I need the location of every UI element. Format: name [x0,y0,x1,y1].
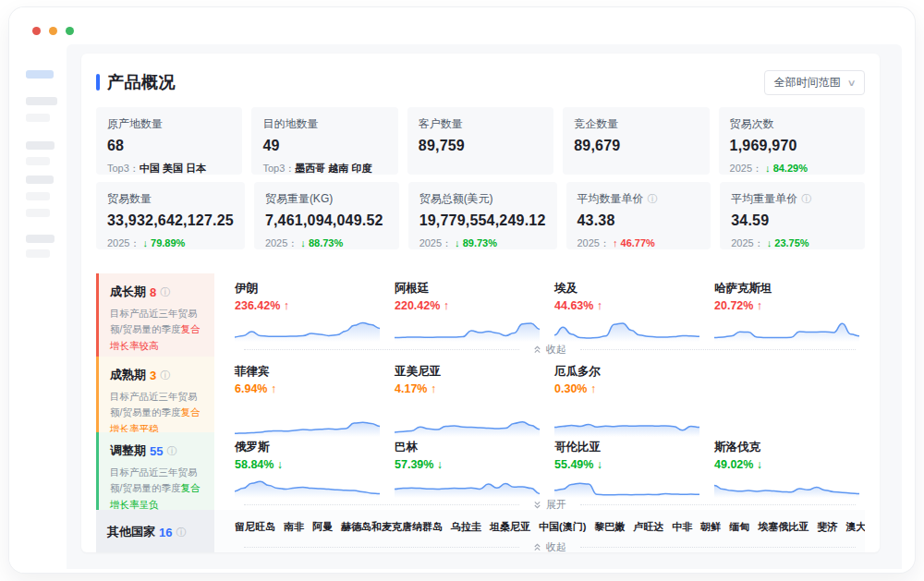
stat-value: 34.59 [731,212,854,229]
country-name: 亚美尼亚 [395,364,540,380]
sidebar-skeleton-item[interactable] [26,192,50,200]
stage-name: 成长期 [110,284,146,300]
stat-value: 43.38 [578,212,700,229]
toggle-collapse[interactable]: 收起 [235,342,865,357]
toggle-label: 收起 [546,540,566,553]
window-controls [32,27,74,35]
stage-charts-area: 俄罗斯58.84% ↓巴林57.39% ↓哥伦比亚55.49% ↓斯洛伐克49.… [214,432,865,513]
sidebar-skeleton-item[interactable] [26,157,50,165]
info-icon[interactable]: ⓘ [166,446,176,456]
stage-block-3: 调整期55ⓘ目标产品近三年贸易额/贸易量的季度复合增长率呈负 [96,432,214,513]
country-tag[interactable]: 留尼旺岛 [235,520,275,534]
info-icon[interactable]: ⓘ [160,370,170,381]
country-name: 俄罗斯 [235,440,380,455]
sparkline-chart [554,318,699,342]
info-icon[interactable]: ⓘ [801,194,811,204]
country-name: 哥伦比亚 [554,440,699,455]
sidebar-skeleton-item[interactable] [26,70,54,79]
stat-value: 89,679 [574,138,698,154]
stat-delta: ↓ 23.75% [767,237,809,248]
app-window: 产品概况 全部时间范围 ∨ 原产地数量68Top3：中国 美国 日本目的地数量4… [9,7,915,573]
time-range-select[interactable]: 全部时间范围 ∨ [764,70,865,95]
stat-label: 平均重量单价ⓘ [731,191,854,207]
country-chart-cell[interactable]: 菲律宾6.94% ↑ [235,364,380,437]
stat-value: 19,779,554,249.12 [419,212,546,229]
stat-label-text: 贸易次数 [730,116,774,132]
sidebar-skeleton-item[interactable] [26,114,50,122]
country-chart-cell[interactable]: 厄瓜多尔0.30% ↑ [554,364,699,437]
stat-delta: ↓ 89.73% [455,237,497,248]
country-cells: 菲律宾6.94% ↑亚美尼亚4.17% ↑厄瓜多尔0.30% ↑ [235,357,865,437]
stat-year-label: 2025： [578,237,610,248]
country-chart-cell[interactable]: 伊朗236.42% ↑ [235,281,380,342]
stat-label: 贸易次数 [730,116,854,132]
sidebar-skeleton-item[interactable] [26,235,55,243]
sidebar-skeleton-item[interactable] [26,249,50,258]
country-name: 伊朗 [235,281,380,297]
stat-delta: ↑ 46.77% [613,237,655,248]
sidebar-skeleton-item[interactable] [26,176,54,184]
stat-card: 目的地数量49Top3：墨西哥 越南 印度 [251,107,397,175]
stage-description: 目标产品近三年贸易额/贸易量的季度复合增长率平稳 [110,389,207,437]
sparkline-chart [235,318,380,342]
stat-year-label: 2025： [419,237,452,248]
info-icon[interactable]: ⓘ [160,287,170,297]
country-tag[interactable]: 斐济 [817,520,837,534]
country-growth-pct: 55.49% ↓ [554,458,699,471]
country-chart-cell[interactable]: 埃及44.63% ↑ [554,281,699,342]
country-growth-pct: 57.39% ↓ [395,458,540,471]
sidebar-skeleton-item[interactable] [26,141,55,150]
close-window-icon[interactable] [32,27,41,35]
info-icon[interactable]: ⓘ [648,194,658,204]
country-tag[interactable]: 朝鲜 [700,520,721,534]
double-chevron-up-icon [533,542,541,551]
stat-delta: ↓ 79.89% [142,237,185,248]
stat-value: 89,759 [419,138,542,154]
country-chart-cell[interactable]: 哥伦比亚55.49% ↓ [554,440,699,498]
stage-name: 成熟期 [110,367,146,383]
info-icon[interactable]: ⓘ [176,527,186,538]
country-chart-cell[interactable]: 哈萨克斯坦20.72% ↑ [714,281,859,342]
zoom-window-icon[interactable] [66,27,74,35]
stat-label-text: 贸易总额(美元) [419,191,493,207]
stat-top3-values: 墨西哥 越南 印度 [295,163,371,174]
stat-value: 33,932,642,127.25 [107,212,234,229]
country-chart-cell[interactable]: 亚美尼亚4.17% ↑ [395,364,540,437]
country-chart-cell[interactable]: 巴林57.39% ↓ [395,440,540,498]
stat-label-text: 客户数量 [419,116,463,132]
toggle-collapse[interactable]: 收起 [235,539,865,552]
country-tag[interactable]: 澳大利亚 [845,520,865,534]
country-tag[interactable]: 赫德岛和麦克唐纳群岛 [341,520,443,534]
country-tag[interactable]: 中国(澳门) [539,520,586,534]
stat-subtext: 2025：↓ 23.75% [731,236,854,250]
country-tag[interactable]: 缅甸 [729,520,749,534]
stat-delta: ↓ 84.29% [765,163,808,174]
chevron-down-icon: ∨ [846,78,856,88]
stat-label-text: 竞企数量 [574,116,618,132]
country-tag[interactable]: 乌拉圭 [451,520,481,534]
stat-sub-prefix: Top3： [262,163,295,174]
country-chart-cell[interactable]: 俄罗斯58.84% ↓ [235,440,380,498]
stat-subtext: Top3：中国 美国 日本 [107,162,231,176]
country-chart-cell[interactable]: 阿根廷220.42% ↑ [395,281,540,342]
country-tag[interactable]: 埃塞俄比亚 [758,520,808,534]
country-tag[interactable]: 中非 [672,520,692,534]
stat-label: 平均数量单价ⓘ [578,191,700,207]
growth-stage-row: 调整期55ⓘ目标产品近三年贸易额/贸易量的季度复合增长率呈负俄罗斯58.84% … [96,432,865,510]
minimize-window-icon[interactable] [49,27,57,35]
country-chart-cell[interactable]: 斯洛伐克49.02% ↓ [714,440,859,498]
country-tag[interactable]: 南非 [284,520,304,534]
country-tag[interactable]: 黎巴嫩 [594,520,625,534]
country-tag[interactable]: 阿曼 [312,520,333,534]
time-range-value: 全部时间范围 [774,75,841,91]
sparkline-chart [395,318,540,342]
sidebar-skeleton-item[interactable] [26,97,57,105]
stage-block-1: 成长期8ⓘ目标产品近三年贸易额/贸易量的季度复合增长率较高 [96,273,214,357]
stats-row-1: 原产地数量68Top3：中国 美国 日本目的地数量49Top3：墨西哥 越南 印… [96,107,865,175]
stat-subtext: 2025：↓ 88.73% [265,236,388,250]
sidebar-skeleton-item[interactable] [26,209,50,217]
country-growth-pct: 0.30% ↑ [554,382,699,395]
country-tag[interactable]: 坦桑尼亚 [490,520,530,534]
country-tag[interactable]: 卢旺达 [633,520,663,534]
stat-label: 贸易数量 [107,191,234,207]
